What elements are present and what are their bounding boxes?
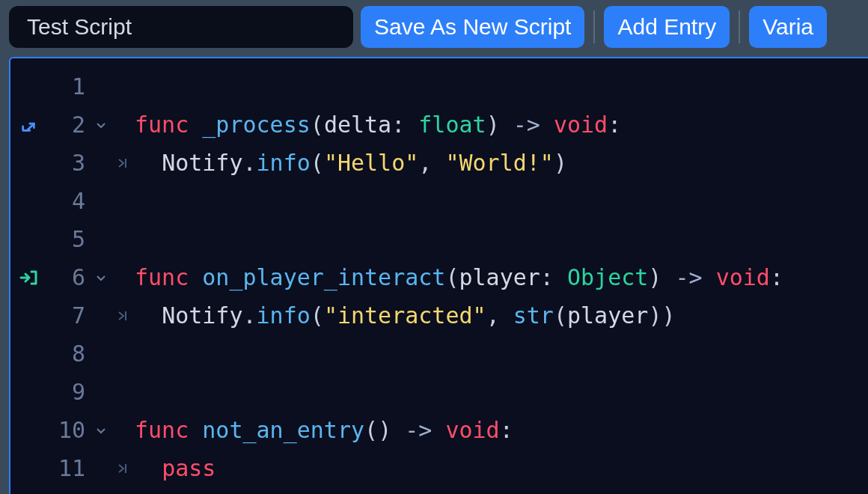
indent-chevron-icon <box>116 461 131 476</box>
fold-toggle[interactable] <box>90 272 112 284</box>
chevron-down-icon <box>95 424 107 436</box>
code-line[interactable]: 11 pass <box>10 449 868 487</box>
code-text: func on_player_interact(player: Object) … <box>135 264 783 290</box>
code-line[interactable]: 5 <box>10 220 868 258</box>
entry-icon <box>10 269 46 286</box>
line-number: 6 <box>46 264 90 290</box>
line-number: 8 <box>46 341 90 367</box>
indent-guide <box>112 461 135 476</box>
script-name-field[interactable]: Test Script <box>9 6 353 48</box>
toolbar-divider <box>739 10 740 43</box>
code-line[interactable]: 6 func on_player_interact(player: Object… <box>10 258 868 296</box>
code-editor[interactable]: 1 2 func _process(delta: float) -> void: <box>9 57 868 494</box>
code-line[interactable]: 9 <box>10 373 868 411</box>
code-line[interactable]: 3 Notify.info("Hello", "World!") <box>10 144 868 182</box>
line-number: 10 <box>46 417 90 443</box>
line-number: 4 <box>46 188 90 214</box>
line-number: 1 <box>46 73 90 100</box>
code-text: func _process(delta: float) -> void: <box>135 112 621 138</box>
indent-guide <box>112 308 135 323</box>
fold-toggle[interactable] <box>90 119 112 131</box>
indent-chevron-icon <box>116 156 131 171</box>
variables-button[interactable]: Varia <box>749 6 827 48</box>
code-line[interactable]: 10 func not_an_entry() -> void: <box>10 411 868 449</box>
line-number: 3 <box>46 150 90 176</box>
code-text: Notify.info("Hello", "World!") <box>135 150 567 176</box>
line-number: 7 <box>46 302 90 329</box>
line-number: 5 <box>46 226 90 252</box>
chevron-down-icon <box>95 119 107 131</box>
save-as-new-script-button[interactable]: Save As New Script <box>361 6 584 48</box>
indent-guide <box>112 156 135 171</box>
code-line[interactable]: 1 <box>10 67 868 106</box>
indent-chevron-icon <box>116 308 131 323</box>
fold-toggle[interactable] <box>90 424 112 436</box>
line-number: 11 <box>46 455 90 481</box>
chevron-down-icon <box>95 272 107 284</box>
override-icon <box>10 117 46 133</box>
code-text: pass <box>135 455 216 481</box>
line-number: 2 <box>46 112 90 138</box>
line-number: 9 <box>46 379 90 405</box>
code-line[interactable]: 2 func _process(delta: float) -> void: <box>10 106 868 144</box>
code-text: func not_an_entry() -> void: <box>135 417 513 443</box>
code-text: Notify.info("interacted", str(player)) <box>135 302 676 329</box>
add-entry-button[interactable]: Add Entry <box>604 6 730 48</box>
script-name-label: Test Script <box>27 14 132 40</box>
code-line[interactable]: 8 <box>10 335 868 373</box>
code-line[interactable]: 4 <box>10 182 868 220</box>
editor-content: 1 2 func _process(delta: float) -> void: <box>10 58 868 487</box>
toolbar-divider <box>593 10 595 43</box>
code-line[interactable]: 7 Notify.info("interacted", str(player)) <box>10 296 868 335</box>
toolbar: Test Script Save As New Script Add Entry… <box>0 0 868 54</box>
